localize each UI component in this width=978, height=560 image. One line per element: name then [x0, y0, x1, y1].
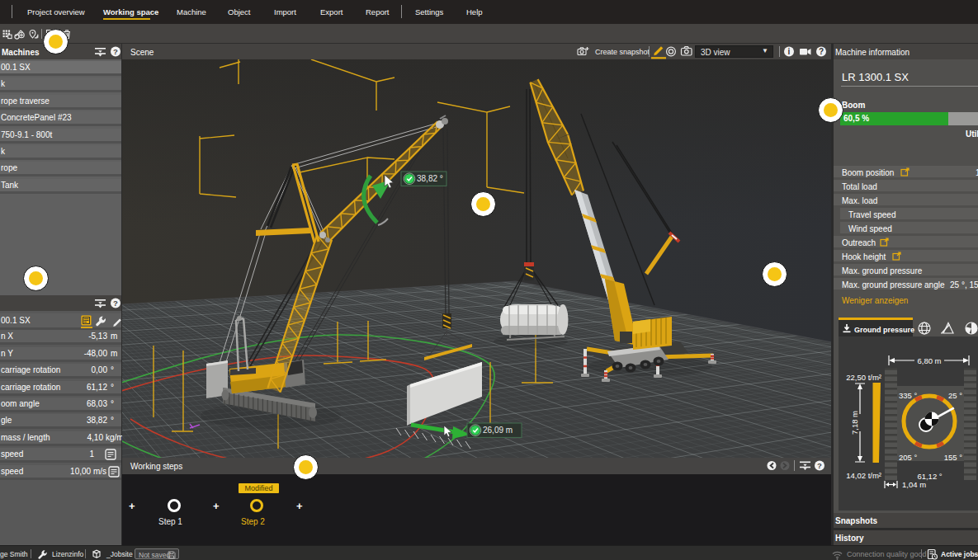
svg-text:14,02 t/m²: 14,02 t/m² — [846, 471, 881, 480]
svg-text:155 °: 155 ° — [944, 453, 962, 462]
svg-text:26,09 m: 26,09 m — [483, 426, 513, 435]
svg-text:?: ? — [817, 461, 822, 470]
svg-text:6,80 m: 6,80 m — [917, 356, 941, 365]
svg-text:i: i — [788, 47, 791, 56]
svg-text:205 °: 205 ° — [899, 453, 917, 462]
svg-text:?: ? — [113, 299, 118, 308]
svg-text:38,82 °: 38,82 ° — [417, 174, 443, 183]
svg-text:?: ? — [819, 47, 824, 56]
svg-text:7,18 m: 7,18 m — [850, 411, 859, 435]
svg-text:25 °: 25 ° — [948, 391, 962, 400]
svg-text:1,04 m: 1,04 m — [902, 480, 926, 489]
svg-text:Create snapshot: Create snapshot — [595, 48, 650, 56]
svg-text:?: ? — [113, 47, 118, 56]
svg-text:22,50 t/m²: 22,50 t/m² — [846, 373, 881, 382]
